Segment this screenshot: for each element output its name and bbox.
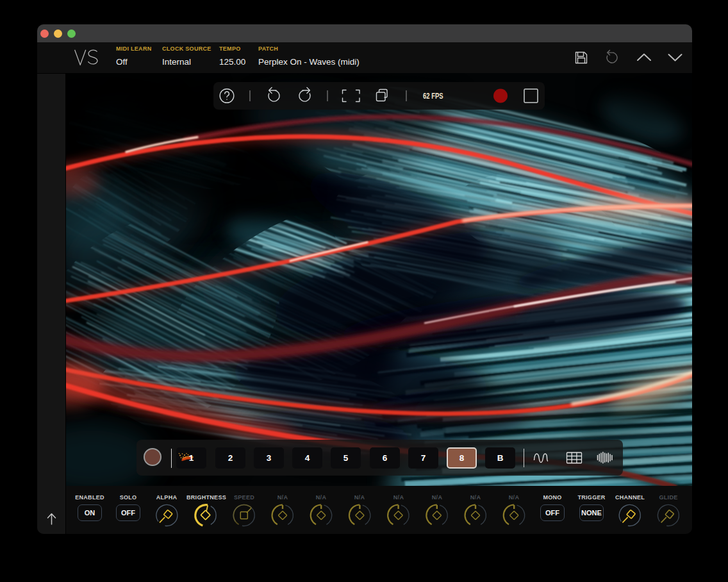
svg-text:62 FPS: 62 FPS [423,92,443,101]
